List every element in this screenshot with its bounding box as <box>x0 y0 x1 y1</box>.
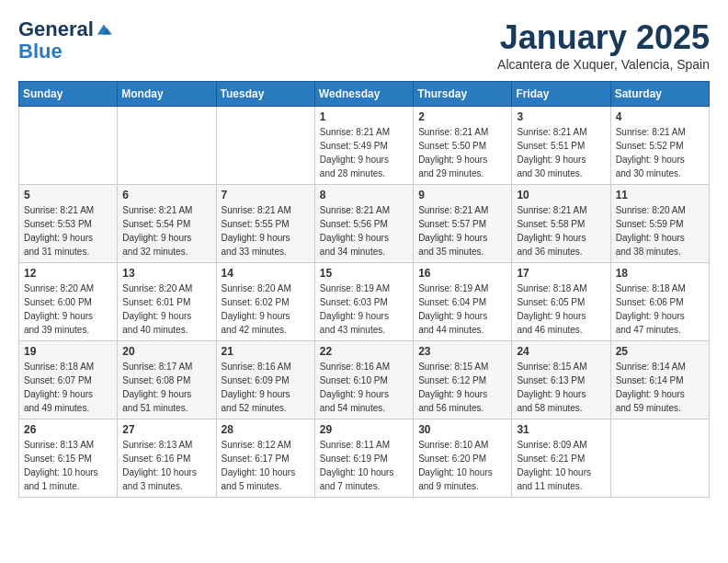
day-info: Sunrise: 8:20 AM Sunset: 6:01 PM Dayligh… <box>122 282 210 337</box>
day-number: 30 <box>418 423 506 436</box>
day-number: 4 <box>616 110 704 123</box>
day-number: 21 <box>222 345 310 358</box>
day-info: Sunrise: 8:20 AM Sunset: 6:02 PM Dayligh… <box>222 282 310 337</box>
day-info: Sunrise: 8:19 AM Sunset: 6:03 PM Dayligh… <box>320 282 408 337</box>
calendar-cell: 25Sunrise: 8:14 AM Sunset: 6:14 PM Dayli… <box>610 341 709 419</box>
day-info: Sunrise: 8:20 AM Sunset: 6:00 PM Dayligh… <box>24 282 112 337</box>
day-number: 2 <box>418 110 506 123</box>
day-number: 31 <box>517 423 605 436</box>
day-info: Sunrise: 8:11 AM Sunset: 6:19 PM Dayligh… <box>320 438 408 493</box>
day-info: Sunrise: 8:13 AM Sunset: 6:16 PM Dayligh… <box>122 438 210 493</box>
day-info: Sunrise: 8:19 AM Sunset: 6:04 PM Dayligh… <box>418 282 506 337</box>
day-info: Sunrise: 8:21 AM Sunset: 5:49 PM Dayligh… <box>320 125 408 180</box>
calendar-cell: 17Sunrise: 8:18 AM Sunset: 6:05 PM Dayli… <box>512 263 610 341</box>
calendar-cell: 6Sunrise: 8:21 AM Sunset: 5:54 PM Daylig… <box>118 185 216 263</box>
calendar-cell: 12Sunrise: 8:20 AM Sunset: 6:00 PM Dayli… <box>19 263 118 341</box>
day-number: 11 <box>616 189 704 201</box>
day-number: 12 <box>24 267 112 280</box>
calendar-cell: 18Sunrise: 8:18 AM Sunset: 6:06 PM Dayli… <box>610 263 709 341</box>
day-info: Sunrise: 8:21 AM Sunset: 5:50 PM Dayligh… <box>418 125 506 180</box>
calendar-cell: 14Sunrise: 8:20 AM Sunset: 6:02 PM Dayli… <box>216 263 314 341</box>
month-title: January 2025 <box>497 18 710 57</box>
day-number: 25 <box>616 345 704 358</box>
logo-icon <box>96 21 112 38</box>
day-info: Sunrise: 8:21 AM Sunset: 5:54 PM Dayligh… <box>122 203 210 259</box>
calendar-cell: 20Sunrise: 8:17 AM Sunset: 6:08 PM Dayli… <box>118 341 216 419</box>
day-number: 28 <box>222 423 310 436</box>
calendar-cell: 31Sunrise: 8:09 AM Sunset: 6:21 PM Dayli… <box>512 419 610 498</box>
weekday-header-thursday: Thursday <box>414 82 512 107</box>
day-info: Sunrise: 8:18 AM Sunset: 6:06 PM Dayligh… <box>616 282 704 337</box>
week-row-1: 1Sunrise: 8:21 AM Sunset: 5:49 PM Daylig… <box>19 107 710 185</box>
logo-text: General <box>18 18 94 40</box>
day-number: 3 <box>517 110 605 123</box>
day-info: Sunrise: 8:20 AM Sunset: 5:59 PM Dayligh… <box>616 203 704 259</box>
calendar-cell <box>118 107 216 185</box>
day-info: Sunrise: 8:21 AM Sunset: 5:53 PM Dayligh… <box>24 203 112 259</box>
calendar-cell: 30Sunrise: 8:10 AM Sunset: 6:20 PM Dayli… <box>414 419 512 498</box>
calendar-cell: 16Sunrise: 8:19 AM Sunset: 6:04 PM Dayli… <box>414 263 512 341</box>
weekday-header-tuesday: Tuesday <box>216 82 314 107</box>
logo: General Blue <box>18 18 112 63</box>
calendar-table: SundayMondayTuesdayWednesdayThursdayFrid… <box>18 81 710 498</box>
weekday-header-friday: Friday <box>512 82 610 107</box>
day-info: Sunrise: 8:21 AM Sunset: 5:57 PM Dayligh… <box>418 203 506 259</box>
weekday-header-saturday: Saturday <box>610 82 709 107</box>
day-number: 8 <box>320 189 408 201</box>
logo-blue: Blue <box>18 40 63 63</box>
location-subtitle: Alcantera de Xuquer, Valencia, Spain <box>497 57 710 72</box>
day-info: Sunrise: 8:21 AM Sunset: 5:58 PM Dayligh… <box>517 203 605 259</box>
page-header: General Blue January 2025 Alcantera de X… <box>18 18 710 72</box>
calendar-cell: 21Sunrise: 8:16 AM Sunset: 6:09 PM Dayli… <box>216 341 314 419</box>
calendar-cell <box>610 419 709 498</box>
day-number: 17 <box>517 267 605 280</box>
day-number: 15 <box>320 267 408 280</box>
day-number: 14 <box>222 267 310 280</box>
day-info: Sunrise: 8:18 AM Sunset: 6:07 PM Dayligh… <box>24 360 112 415</box>
calendar-cell: 24Sunrise: 8:15 AM Sunset: 6:13 PM Dayli… <box>512 341 610 419</box>
day-number: 22 <box>320 345 408 358</box>
calendar-cell: 9Sunrise: 8:21 AM Sunset: 5:57 PM Daylig… <box>414 185 512 263</box>
week-row-2: 5Sunrise: 8:21 AM Sunset: 5:53 PM Daylig… <box>19 185 710 263</box>
day-info: Sunrise: 8:16 AM Sunset: 6:10 PM Dayligh… <box>320 360 408 415</box>
day-number: 26 <box>24 423 112 436</box>
day-number: 5 <box>24 189 112 201</box>
day-number: 10 <box>517 189 605 201</box>
day-number: 18 <box>616 267 704 280</box>
day-number: 6 <box>122 189 210 201</box>
day-info: Sunrise: 8:10 AM Sunset: 6:20 PM Dayligh… <box>418 438 506 493</box>
day-number: 1 <box>320 110 408 123</box>
calendar-cell: 19Sunrise: 8:18 AM Sunset: 6:07 PM Dayli… <box>19 341 118 419</box>
day-info: Sunrise: 8:21 AM Sunset: 5:56 PM Dayligh… <box>320 203 408 259</box>
weekday-header-row: SundayMondayTuesdayWednesdayThursdayFrid… <box>19 82 710 107</box>
calendar-cell: 28Sunrise: 8:12 AM Sunset: 6:17 PM Dayli… <box>216 419 314 498</box>
day-number: 23 <box>418 345 506 358</box>
day-number: 13 <box>122 267 210 280</box>
calendar-cell: 8Sunrise: 8:21 AM Sunset: 5:56 PM Daylig… <box>314 185 413 263</box>
week-row-5: 26Sunrise: 8:13 AM Sunset: 6:15 PM Dayli… <box>19 419 710 498</box>
day-number: 24 <box>517 345 605 358</box>
calendar-cell: 4Sunrise: 8:21 AM Sunset: 5:52 PM Daylig… <box>610 107 709 185</box>
calendar-cell: 10Sunrise: 8:21 AM Sunset: 5:58 PM Dayli… <box>512 185 610 263</box>
calendar-cell: 2Sunrise: 8:21 AM Sunset: 5:50 PM Daylig… <box>414 107 512 185</box>
day-number: 20 <box>122 345 210 358</box>
calendar-cell: 7Sunrise: 8:21 AM Sunset: 5:55 PM Daylig… <box>216 185 314 263</box>
day-info: Sunrise: 8:13 AM Sunset: 6:15 PM Dayligh… <box>24 438 112 493</box>
day-number: 29 <box>320 423 408 436</box>
week-row-4: 19Sunrise: 8:18 AM Sunset: 6:07 PM Dayli… <box>19 341 710 419</box>
calendar-cell: 11Sunrise: 8:20 AM Sunset: 5:59 PM Dayli… <box>610 185 709 263</box>
day-number: 27 <box>122 423 210 436</box>
weekday-header-sunday: Sunday <box>19 82 118 107</box>
day-info: Sunrise: 8:15 AM Sunset: 6:12 PM Dayligh… <box>418 360 506 415</box>
day-info: Sunrise: 8:21 AM Sunset: 5:52 PM Dayligh… <box>616 125 704 180</box>
day-number: 9 <box>418 189 506 201</box>
calendar-cell: 29Sunrise: 8:11 AM Sunset: 6:19 PM Dayli… <box>314 419 413 498</box>
day-info: Sunrise: 8:14 AM Sunset: 6:14 PM Dayligh… <box>616 360 704 415</box>
calendar-cell: 26Sunrise: 8:13 AM Sunset: 6:15 PM Dayli… <box>19 419 118 498</box>
day-info: Sunrise: 8:21 AM Sunset: 5:51 PM Dayligh… <box>517 125 605 180</box>
day-info: Sunrise: 8:09 AM Sunset: 6:21 PM Dayligh… <box>517 438 605 493</box>
title-area: January 2025 Alcantera de Xuquer, Valenc… <box>497 18 710 72</box>
day-info: Sunrise: 8:18 AM Sunset: 6:05 PM Dayligh… <box>517 282 605 337</box>
calendar-cell <box>19 107 118 185</box>
day-info: Sunrise: 8:16 AM Sunset: 6:09 PM Dayligh… <box>222 360 310 415</box>
